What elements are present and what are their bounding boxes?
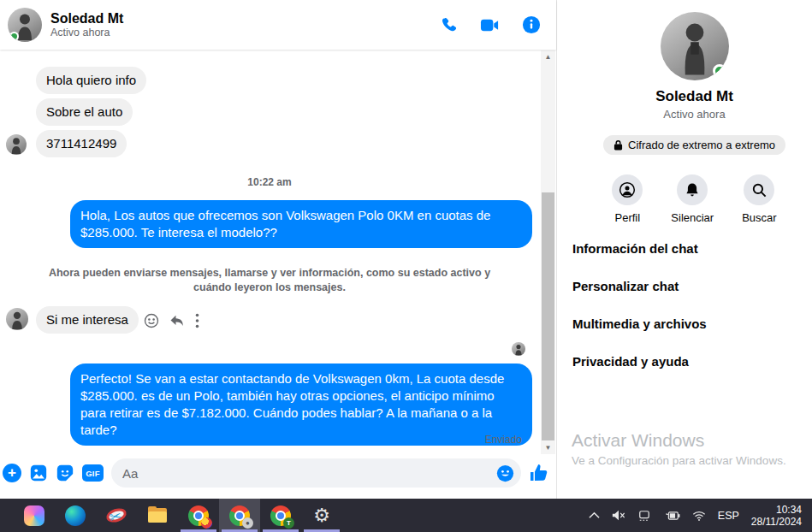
react-emoji-icon[interactable] (144, 313, 159, 328)
tray-volume-muted-icon[interactable] (612, 510, 625, 521)
search-button[interactable]: Buscar (742, 174, 776, 224)
taskbar-chrome-profile-icon[interactable]: ● (219, 499, 260, 532)
lock-icon (613, 139, 623, 151)
online-dot (9, 32, 19, 41)
tray-time: 10:34 (751, 504, 802, 516)
encryption-badge-label: Cifrado de extremo a extremo (628, 139, 775, 151)
mute-button[interactable]: Silenciar (671, 174, 714, 224)
seen-receipt-avatar (512, 342, 525, 356)
mute-button-label: Silenciar (671, 211, 714, 224)
tray-show-hidden-icons[interactable] (589, 511, 600, 519)
thumbs-up-icon[interactable] (529, 463, 549, 483)
tray-cast-icon[interactable] (637, 510, 651, 522)
watermark-title: Activar Windows (572, 430, 786, 451)
sticker-icon[interactable] (56, 464, 74, 482)
sender-avatar-small[interactable] (6, 308, 28, 330)
search-button-label: Buscar (742, 211, 776, 224)
bell-icon (677, 174, 708, 205)
incoming-message[interactable]: 3711412499 (36, 130, 127, 157)
menu-privacy-support[interactable]: Privacidad y ayuda (557, 342, 812, 380)
choose-emoji-icon[interactable] (496, 464, 514, 482)
tray-wifi-icon[interactable] (692, 511, 706, 521)
tray-battery-icon[interactable] (663, 511, 680, 521)
message-input-wrap[interactable] (111, 458, 521, 488)
taskbar-settings-icon[interactable]: ⚙ (301, 499, 342, 532)
system-notice: Ahora pueden enviarse mensajes, llamarse… (39, 266, 501, 295)
taskbar-chrome-icon[interactable] (178, 499, 219, 532)
contact-info[interactable]: Soledad Mt Activo ahora (50, 10, 123, 39)
chat-scrollbar[interactable]: ▲ ▼ (541, 50, 555, 454)
incoming-message[interactable]: Hola quiero info (36, 67, 146, 94)
chat-column: Soledad Mt Activo ahora Hola quiero info… (0, 0, 556, 499)
windows-taskbar: ✂ ● T ⚙ (0, 499, 812, 532)
chat-header: Soledad Mt Activo ahora (0, 0, 556, 50)
phone-call-icon[interactable] (440, 16, 458, 34)
scrollbar-thumb[interactable] (542, 192, 554, 440)
conversation-timestamp: 10:22 am (0, 176, 539, 188)
conversation-info-icon[interactable] (522, 15, 541, 34)
message-composer: + GIF (0, 456, 556, 490)
sender-avatar-small[interactable] (6, 134, 27, 155)
outgoing-message[interactable]: Hola, Los autos que ofrecemos son Volksw… (70, 200, 532, 248)
contact-name: Soledad Mt (50, 10, 123, 27)
contact-status: Activo ahora (50, 27, 123, 39)
menu-media-files[interactable]: Multimedia y archivos (557, 304, 812, 342)
video-call-icon[interactable] (480, 16, 500, 34)
incoming-message[interactable]: Sobre el auto (36, 98, 133, 126)
attach-photo-icon[interactable] (29, 464, 48, 482)
conversation-details-panel: Soledad Mt Activo ahora Cifrado de extre… (556, 0, 812, 499)
profile-avatar-large[interactable] (661, 12, 729, 80)
profile-button[interactable]: Perfil (612, 174, 643, 224)
message-input[interactable] (122, 466, 496, 481)
tray-date: 28/11/2024 (751, 516, 802, 528)
gif-icon[interactable]: GIF (82, 464, 104, 482)
details-menu: Información del chat Personalizar chat M… (557, 229, 812, 380)
profile-button-label: Perfil (615, 211, 641, 224)
search-icon (744, 174, 774, 205)
activate-windows-watermark: Activar Windows Ve a Configuración para … (572, 430, 786, 467)
outgoing-message[interactable]: Perfecto! Se van a estar contactando de … (70, 364, 532, 446)
tray-language-indicator[interactable]: ESP (718, 510, 739, 522)
reply-icon[interactable] (169, 314, 185, 328)
menu-customize-chat[interactable]: Personalizar chat (557, 267, 812, 304)
incoming-message[interactable]: Si me interesa (36, 306, 139, 334)
taskbar-edge-icon[interactable] (55, 499, 96, 532)
sent-status: Enviado (485, 434, 522, 446)
taskbar-chrome-t-icon[interactable]: T (260, 499, 301, 532)
scroll-down-arrow[interactable]: ▼ (541, 441, 555, 454)
more-options-icon[interactable] (195, 313, 199, 328)
online-dot (713, 64, 726, 78)
contact-avatar[interactable] (8, 8, 42, 42)
scroll-up-arrow[interactable]: ▲ (541, 50, 555, 63)
taskbar-file-explorer-icon[interactable] (137, 499, 178, 532)
encryption-badge[interactable]: Cifrado de extremo a extremo (603, 135, 785, 155)
taskbar-snipping-tool-icon[interactable]: ✂ (96, 499, 137, 532)
profile-name: Soledad Mt (566, 88, 812, 105)
tray-clock[interactable]: 10:34 28/11/2024 (751, 504, 802, 528)
messenger-window: Soledad Mt Activo ahora Hola quiero info… (0, 0, 812, 532)
taskbar-copilot-icon[interactable] (14, 499, 55, 532)
profile-status: Activo ahora (566, 108, 812, 121)
menu-chat-info[interactable]: Información del chat (557, 229, 812, 267)
watermark-subtitle: Ve a Configuración para activar Windows. (572, 454, 786, 467)
profile-icon (612, 174, 643, 205)
open-more-actions-icon[interactable]: + (3, 464, 21, 482)
